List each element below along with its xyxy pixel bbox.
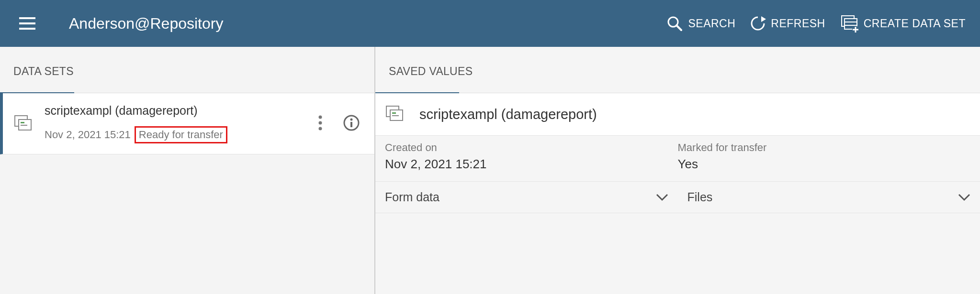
svg-point-21 [350,118,353,120]
svg-rect-0 [19,17,35,19]
create-label: CREATE DATA SET [864,17,966,30]
refresh-icon [750,15,766,32]
dataset-list-item[interactable]: scriptexampl (damagereport) Nov 2, 2021 … [0,93,374,154]
info-button[interactable] [343,114,360,133]
dataset-timestamp: Nov 2, 2021 15:21 [45,129,131,141]
marked-transfer-col: Marked for transfer Yes [678,142,971,172]
svg-rect-26 [392,115,399,116]
marked-transfer-value: Yes [678,157,971,172]
details-title: scriptexampl (damagereport) [419,107,597,122]
search-label: SEARCH [688,17,735,30]
refresh-button[interactable]: REFRESH [750,15,825,32]
svg-rect-22 [350,122,352,127]
refresh-label: REFRESH [771,17,825,30]
svg-rect-1 [19,22,35,24]
header-actions: SEARCH REFRESH CREATE DATA SET [666,14,966,33]
files-expander[interactable]: Files [687,190,971,204]
svg-point-18 [319,121,322,124]
details-meta-row: Created on Nov 2, 2021 15:21 Marked for … [375,136,980,182]
svg-line-4 [676,25,681,30]
created-on-col: Created on Nov 2, 2021 15:21 [385,142,678,172]
svg-marker-5 [761,16,766,22]
create-dataset-button[interactable]: CREATE DATA SET [840,14,966,33]
datasets-panel: DATA SETS scriptexampl (damagereport) No… [0,47,375,294]
chevron-down-icon [958,190,970,204]
search-icon [666,15,683,32]
dataset-icon [13,113,33,134]
saved-values-panel: SAVED VALUES scriptexampl (damagereport)… [375,47,980,294]
svg-rect-25 [392,112,396,114]
form-data-expander[interactable]: Form data [385,190,687,204]
files-label: Files [687,190,713,204]
dataset-title: scriptexampl (damagereport) [45,104,306,118]
dataset-status: Ready for transfer [135,126,227,143]
more-options-button[interactable] [318,115,323,133]
svg-rect-16 [21,125,27,126]
app-header: Anderson@Repository SEARCH REFRESH [0,0,980,47]
chevron-down-icon [656,190,668,204]
create-dataset-icon [840,14,859,33]
marked-transfer-label: Marked for transfer [678,142,971,154]
expand-row: Form data Files [375,182,980,213]
dataset-meta: Nov 2, 2021 15:21 Ready for transfer [45,126,306,143]
created-on-value: Nov 2, 2021 15:21 [385,157,678,172]
hamburger-menu-button[interactable] [19,17,35,30]
svg-rect-2 [19,28,35,30]
dataset-actions [318,114,360,133]
page-title: Anderson@Repository [69,15,666,33]
dataset-detail-icon [385,104,404,125]
created-on-label: Created on [385,142,678,154]
svg-point-17 [319,115,322,119]
dataset-body: scriptexampl (damagereport) Nov 2, 2021 … [45,104,306,143]
svg-point-19 [319,127,322,130]
main-content: DATA SETS scriptexampl (damagereport) No… [0,47,980,294]
form-data-label: Form data [385,190,439,204]
svg-rect-15 [21,122,24,123]
search-button[interactable]: SEARCH [666,15,735,32]
datasets-heading: DATA SETS [0,47,374,92]
saved-values-heading: SAVED VALUES [375,47,980,92]
details-header: scriptexampl (damagereport) [375,93,980,136]
